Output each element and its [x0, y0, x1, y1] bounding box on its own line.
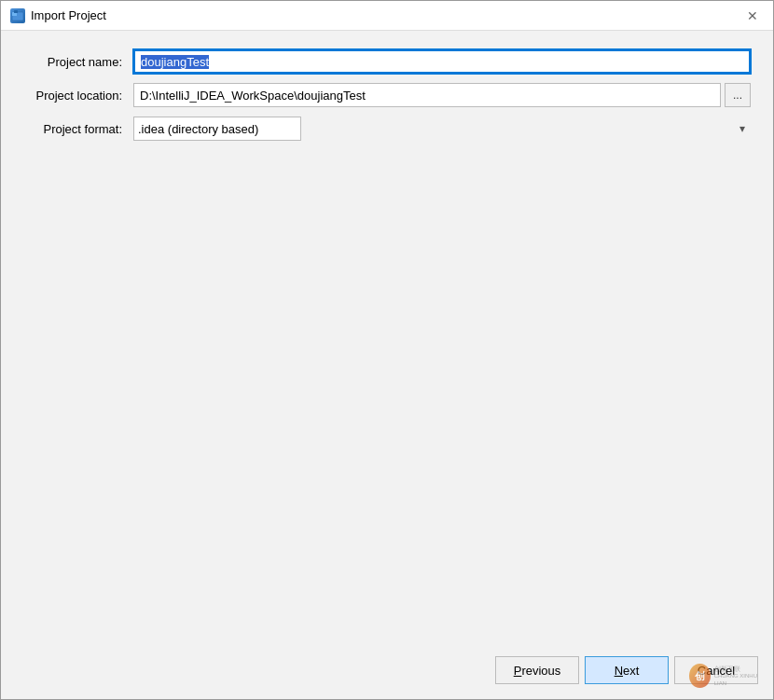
- import-project-dialog: Import Project ✕ Project name: Project l…: [0, 0, 774, 700]
- next-button[interactable]: Next: [585, 656, 669, 684]
- title-bar: Import Project ✕: [1, 1, 773, 31]
- next-rest: ext: [623, 664, 639, 678]
- project-format-select[interactable]: .idea (directory based) .ipr (file based…: [133, 117, 301, 141]
- previous-rest: revious: [521, 664, 560, 678]
- title-bar-left: Import Project: [10, 8, 106, 23]
- dialog-title: Import Project: [31, 8, 106, 22]
- form-grid: Project name: Project location: ... Proj…: [23, 49, 751, 141]
- project-name-input[interactable]: [133, 49, 751, 74]
- project-location-input[interactable]: [133, 83, 721, 107]
- dialog-body: Project name: Project location: ... Proj…: [1, 31, 773, 647]
- project-name-label: Project name:: [23, 55, 126, 69]
- watermark: 创 创新互联 CHUANG XINHU LIAN: [689, 662, 764, 690]
- svg-rect-2: [14, 10, 18, 13]
- project-format-label: Project format:: [23, 122, 126, 136]
- watermark-text: 创新互联 CHUANG XINHU LIAN: [714, 665, 764, 688]
- next-underline: N: [615, 664, 623, 678]
- watermark-logo: 创: [689, 664, 711, 688]
- close-button[interactable]: ✕: [739, 6, 766, 26]
- project-format-wrapper: .idea (directory based) .ipr (file based…: [133, 117, 751, 141]
- project-location-row: ...: [133, 83, 751, 107]
- dialog-footer: Previous Next Cancel: [1, 647, 773, 699]
- watermark-line1: 创新互联: [714, 665, 764, 673]
- watermark-line2: CHUANG XINHU LIAN: [714, 673, 764, 688]
- dialog-icon: [10, 8, 25, 23]
- previous-button[interactable]: Previous: [495, 656, 579, 684]
- browse-button[interactable]: ...: [725, 83, 751, 107]
- project-location-label: Project location:: [23, 89, 126, 103]
